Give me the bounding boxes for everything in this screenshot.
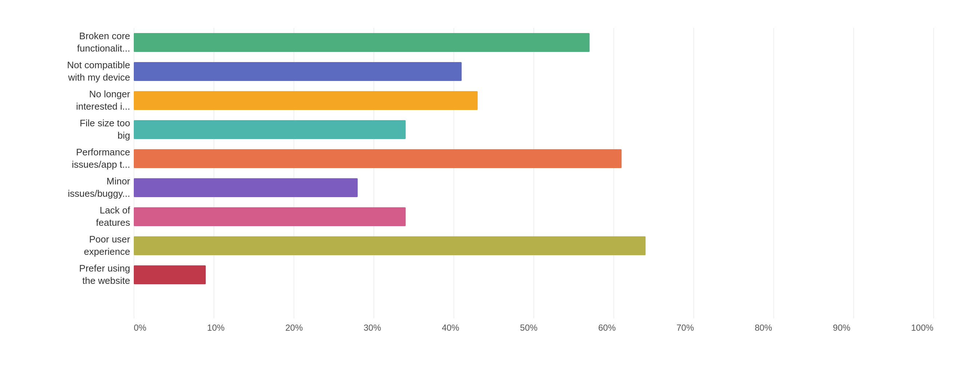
bar-label: Prefer using the website xyxy=(36,263,130,287)
bar-label: File size too big xyxy=(36,117,130,142)
x-axis-label: 100% xyxy=(911,323,934,333)
x-axis-label: 30% xyxy=(363,323,381,333)
bar-fill xyxy=(134,265,206,284)
bar-track xyxy=(134,33,934,52)
bar-track xyxy=(134,91,934,110)
bar-row: Minor issues/buggy... xyxy=(134,173,934,202)
x-axis-label: 20% xyxy=(285,323,303,333)
x-axis: 0%10%20%30%40%50%60%70%80%90%100% xyxy=(134,323,934,333)
bar-track xyxy=(134,236,934,255)
bar-fill xyxy=(134,207,406,226)
bar-label: Poor user experience xyxy=(36,233,130,258)
bar-fill xyxy=(134,236,646,255)
bar-track xyxy=(134,149,934,168)
x-axis-label: 90% xyxy=(833,323,850,333)
bar-track xyxy=(134,207,934,226)
bar-fill xyxy=(134,91,478,110)
bar-label: Not compatible with my device xyxy=(36,59,130,84)
bar-fill xyxy=(134,33,590,52)
bar-label: Minor issues/buggy... xyxy=(36,175,130,200)
bar-row: Not compatible with my device xyxy=(134,57,934,86)
chart-inner: Broken core functionalit...Not compatibl… xyxy=(134,28,934,318)
bar-track xyxy=(134,178,934,197)
bar-label: Broken core functionalit... xyxy=(36,30,130,55)
bar-row: Lack of features xyxy=(134,202,934,231)
bar-track xyxy=(134,120,934,139)
bar-label: No longer interested i... xyxy=(36,88,130,113)
bar-row: Poor user experience xyxy=(134,231,934,260)
bar-row: File size too big xyxy=(134,115,934,144)
x-axis-label: 10% xyxy=(207,323,224,333)
bar-fill xyxy=(134,178,358,197)
bar-row: Broken core functionalit... xyxy=(134,28,934,57)
bar-fill xyxy=(134,149,622,168)
bar-track xyxy=(134,265,934,284)
bar-row: Prefer using the website xyxy=(134,260,934,290)
grid-line xyxy=(934,28,934,318)
x-axis-label: 80% xyxy=(755,323,772,333)
x-axis-label: 50% xyxy=(520,323,538,333)
bar-label: Performance issues/app t... xyxy=(36,146,130,171)
bar-track xyxy=(134,62,934,81)
chart-container: Broken core functionalit...Not compatibl… xyxy=(18,13,963,362)
bar-fill xyxy=(134,62,461,81)
x-axis-label: 60% xyxy=(598,323,616,333)
bar-fill xyxy=(134,120,406,139)
x-axis-label: 0% xyxy=(134,323,146,333)
bar-row: Performance issues/app t... xyxy=(134,144,934,173)
bar-row: No longer interested i... xyxy=(134,86,934,115)
bar-label: Lack of features xyxy=(36,204,130,229)
bars-area: Broken core functionalit...Not compatibl… xyxy=(134,28,934,290)
x-axis-label: 70% xyxy=(676,323,694,333)
x-axis-label: 40% xyxy=(442,323,459,333)
